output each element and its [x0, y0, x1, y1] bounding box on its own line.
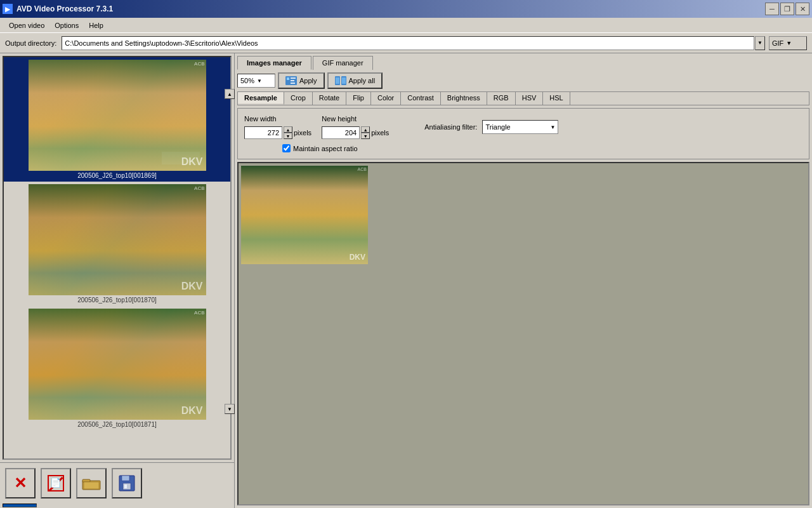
progress-bar-container [0, 503, 234, 508]
restore-button[interactable]: ❐ [780, 3, 794, 15]
format-value: GIF [772, 39, 783, 47]
apply-icon [285, 76, 297, 85]
svg-rect-15 [342, 77, 346, 84]
tab-images-manager[interactable]: Images manager [237, 56, 311, 70]
close-button[interactable]: ✕ [796, 3, 809, 15]
body-area: DKV ACB 200506_J26_top10[001869] DKV [0, 53, 812, 508]
bottom-toolbar: ✕ 📄 [0, 462, 234, 503]
image-thumb-3: DKV ACB [29, 309, 206, 420]
height-unit: pixels [371, 129, 389, 137]
aspect-ratio-row: Maintain aspect ratio [282, 144, 802, 152]
antialiasing-value: Triangle [485, 123, 510, 131]
svg-rect-4 [122, 476, 129, 481]
apply-all-icon [335, 76, 346, 85]
apply-all-button[interactable]: Apply all [327, 72, 383, 89]
save-button[interactable] [112, 468, 142, 498]
menu-help[interactable]: Help [84, 20, 108, 30]
width-spin-down[interactable]: ▼ [284, 133, 292, 139]
menu-open-video[interactable]: Open video [4, 20, 49, 30]
app-icon: ▶ [3, 4, 13, 14]
image-thumb-2: DKV ACB [29, 184, 206, 295]
svg-rect-10 [291, 80, 294, 81]
menu-bar: Open video Options Help [0, 18, 812, 33]
window-controls: ─ ❐ ✕ [765, 3, 809, 15]
apply-button[interactable]: Apply [278, 72, 325, 89]
image-label-1: 200506_J26_top10[001869] [77, 172, 157, 179]
preview-acb-label: ACB [358, 167, 367, 171]
menu-options[interactable]: Options [49, 20, 84, 30]
image-preview-3: DKV ACB [29, 309, 206, 420]
tab-hsv[interactable]: HSV [516, 92, 544, 105]
images-container[interactable]: DKV ACB 200506_J26_top10[001869] DKV [4, 57, 230, 431]
right-panel: Images manager GIF manager 50% ▼ [235, 53, 812, 508]
list-item[interactable]: DKV ACB 200506_J26_top10[001871] [4, 306, 230, 431]
height-spin-down[interactable]: ▼ [361, 133, 370, 139]
format-dropdown-arrow: ▼ [786, 40, 792, 46]
tab-gif-manager[interactable]: GIF manager [313, 56, 373, 70]
dimensions-row: New width ▲ ▼ pixels New height [244, 115, 802, 139]
tab-rotate[interactable]: Rotate [313, 92, 346, 105]
antialiasing-label: Antialiasing filter: [424, 123, 477, 131]
output-path-dropdown-arrow[interactable]: ▼ [755, 36, 765, 50]
image-list[interactable]: DKV ACB 200506_J26_top10[001869] DKV [3, 56, 232, 460]
list-item[interactable]: DKV ACB 200506_J26_top10[001869] [4, 57, 230, 182]
app-title: AVD Video Processor 7.3.1 [16, 4, 765, 13]
image-label-2: 200506_J26_top10[001870] [77, 297, 157, 304]
antialiasing-group: Antialiasing filter: Triangle ▼ [424, 120, 558, 134]
height-spin-up[interactable]: ▲ [361, 126, 370, 133]
list-item[interactable]: DKV ACB 200506_J26_top10[001870] [4, 182, 230, 306]
aspect-ratio-label: Maintain aspect ratio [293, 145, 358, 152]
svg-rect-2 [84, 482, 99, 489]
delete-alt-button[interactable]: 📄 [41, 468, 71, 498]
svg-rect-8 [287, 77, 289, 80]
toolbar-area: 50% ▼ Apply [237, 72, 809, 89]
svg-rect-9 [291, 77, 296, 79]
apply-all-label: Apply all [349, 77, 376, 84]
tab-flip[interactable]: Flip [346, 92, 371, 105]
antialiasing-select[interactable]: Triangle ▼ [482, 120, 558, 134]
svg-rect-6 [124, 485, 127, 488]
open-button[interactable] [76, 468, 107, 498]
tab-rgb[interactable]: RGB [487, 92, 516, 105]
width-spin-up[interactable]: ▲ [284, 126, 292, 133]
output-label: Output directory: [5, 39, 56, 47]
percent-select[interactable]: 50% ▼ [237, 74, 275, 88]
main-content: Output directory: C:\Documents and Setti… [0, 33, 812, 508]
tab-hsl[interactable]: HSL [543, 92, 570, 105]
format-dropdown[interactable]: GIF ▼ [769, 36, 807, 50]
height-spinner: ▲ ▼ [361, 126, 370, 139]
tab-resample[interactable]: Resample [238, 92, 284, 105]
height-input[interactable] [322, 126, 360, 139]
preview-img-content: DKV ACB [241, 166, 368, 264]
width-input[interactable] [244, 126, 282, 139]
tab-crop[interactable]: Crop [284, 92, 313, 105]
svg-rect-1 [82, 479, 90, 482]
aspect-ratio-checkbox[interactable] [282, 144, 291, 152]
preview-image: DKV ACB [241, 166, 368, 264]
image-label-3: 200506_J26_top10[001871] [77, 421, 157, 428]
height-group: New height ▲ ▼ pixels [322, 115, 389, 139]
percent-dropdown-arrow: ▼ [257, 78, 262, 84]
delete-button[interactable]: ✕ [5, 468, 36, 498]
tab-brightness[interactable]: Brightness [441, 92, 487, 105]
height-label: New height [322, 115, 389, 123]
preview-area: DKV ACB [237, 162, 809, 505]
dropdown-arrow-icon: ▼ [757, 40, 763, 46]
tab-manager: Images manager GIF manager [237, 56, 809, 70]
preview-dkv-label: DKV [350, 253, 365, 262]
title-bar: ▶ AVD Video Processor 7.3.1 ─ ❐ ✕ [0, 0, 812, 18]
left-panel: DKV ACB 200506_J26_top10[001869] DKV [0, 53, 235, 508]
edit-tabs: Resample Crop Rotate Flip Color Contrast… [237, 91, 809, 105]
svg-rect-11 [291, 83, 295, 84]
tab-color[interactable]: Color [371, 92, 401, 105]
tab-contrast[interactable]: Contrast [401, 92, 441, 105]
minimize-button[interactable]: ─ [765, 3, 779, 15]
scroll-down-button[interactable]: ▼ [225, 404, 235, 414]
output-bar: Output directory: C:\Documents and Setti… [0, 33, 812, 53]
output-path[interactable]: C:\Documents and Settings\uptodown-3\Esc… [62, 36, 754, 50]
width-label: New width [244, 115, 311, 123]
scroll-up-button[interactable]: ▲ [225, 89, 235, 99]
params-area: New width ▲ ▼ pixels New height [237, 108, 809, 159]
width-group: New width ▲ ▼ pixels [244, 115, 311, 139]
scroll-controls: ▲ ▼ [225, 89, 235, 414]
